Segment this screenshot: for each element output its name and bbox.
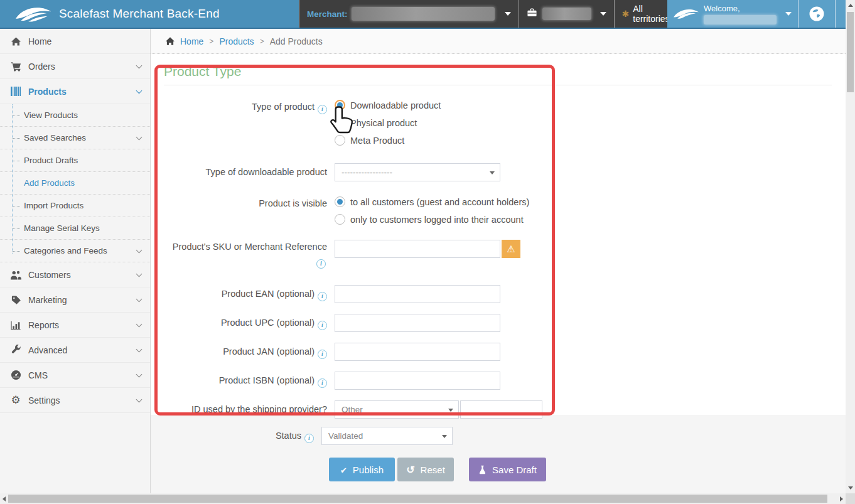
user-dropdown[interactable]: Welcome, — [667, 0, 798, 28]
bar-chart-icon — [9, 320, 22, 330]
jan-row: Product JAN (optional) — [164, 343, 832, 361]
publish-button[interactable]: Publish — [329, 458, 395, 481]
vertical-scrollbar — [846, 0, 855, 493]
sidebar-item-saved-searches[interactable]: Saved Searches — [0, 127, 150, 149]
sidebar-item-customers[interactable]: Customers — [0, 262, 150, 287]
app-title: Scalefast Merchant Back-End — [59, 7, 220, 21]
merchant-dropdown[interactable]: Merchant: — [299, 0, 519, 28]
briefcase-icon — [527, 8, 537, 20]
main-content: Home > Products > Add Products Product T… — [151, 29, 846, 493]
reset-button[interactable]: Reset — [397, 458, 454, 481]
radio-option-meta[interactable]: Meta Product — [335, 135, 441, 146]
breadcrumb-link-products[interactable]: Products — [219, 36, 254, 46]
type-of-product-options: Downloadable product Physical product Me… — [335, 100, 441, 153]
sidebar-item-label: Product Drafts — [24, 156, 78, 165]
sidebar-item-products[interactable]: Products — [0, 79, 150, 104]
scroll-up-arrow-icon[interactable] — [848, 4, 853, 7]
info-icon[interactable] — [318, 292, 327, 301]
status-label: Status — [151, 427, 321, 443]
sidebar-item-cms[interactable]: CMS — [0, 363, 150, 388]
globe-icon — [809, 6, 825, 22]
isbn-input[interactable] — [335, 372, 500, 390]
header-context-bar: Merchant: All territories — [299, 0, 667, 28]
type-of-downloadable-row: Type of downloadable product -----------… — [164, 163, 832, 181]
app-header: Scalefast Merchant Back-End Merchant: — [0, 0, 846, 29]
sidebar-item-add-products[interactable]: Add Products — [0, 172, 150, 195]
vertical-scrollbar-thumb[interactable] — [847, 12, 854, 92]
info-icon[interactable] — [318, 378, 327, 388]
brand[interactable]: Scalefast Merchant Back-End — [0, 0, 299, 28]
jan-input[interactable] — [335, 343, 500, 361]
sidebar-item-advanced[interactable]: Advanced — [0, 338, 150, 363]
info-icon[interactable] — [316, 259, 326, 269]
scroll-down-arrow-icon[interactable] — [848, 486, 853, 490]
ean-input[interactable] — [335, 285, 500, 303]
header-end-pad — [836, 0, 846, 28]
check-icon — [340, 464, 347, 475]
sidebar-item-reports[interactable]: Reports — [0, 313, 150, 338]
tag-icon — [9, 295, 22, 305]
sidebar-item-manage-serial-keys[interactable]: Manage Serial Keys — [0, 217, 150, 240]
redacted-merchant-name — [352, 7, 495, 21]
cart-icon — [9, 61, 22, 72]
sidebar-item-label: Orders — [28, 62, 137, 72]
scroll-left-arrow-icon[interactable] — [3, 496, 6, 501]
sku-input[interactable] — [335, 240, 500, 258]
flask-icon — [478, 465, 487, 475]
people-icon — [9, 270, 22, 280]
radio-physical-product[interactable] — [335, 117, 345, 128]
radio-all-customers[interactable] — [335, 196, 345, 207]
redacted-user-name — [704, 15, 777, 24]
redacted-store-name — [542, 8, 591, 20]
status-select[interactable]: Validated — [321, 427, 453, 445]
sidebar-item-label: Customers — [28, 270, 137, 280]
chevron-down-icon — [136, 371, 142, 377]
radio-option-downloadable[interactable]: Downloadable product — [335, 100, 441, 110]
info-icon[interactable] — [318, 321, 327, 330]
language-globe-button[interactable] — [799, 0, 835, 28]
sidebar-item-categories-and-feeds[interactable]: Categories and Feeds — [0, 240, 150, 262]
undo-icon — [406, 464, 414, 476]
sidebar-item-label: CMS — [28, 370, 137, 380]
sku-warning-button[interactable] — [502, 240, 520, 258]
header-user-bar: Welcome, — [667, 0, 846, 28]
radio-option-logged-customers[interactable]: only to customers logged into their acco… — [335, 214, 529, 225]
sidebar-nav: Home Orders Products View Products Saved… — [0, 29, 151, 493]
isbn-label: Product ISBN (optional) — [164, 372, 335, 388]
sidebar-item-view-products[interactable]: View Products — [0, 104, 150, 127]
radio-meta-product[interactable] — [335, 135, 345, 146]
radio-downloadable-product[interactable] — [335, 100, 345, 110]
sidebar-item-product-drafts[interactable]: Product Drafts — [0, 149, 150, 172]
territories-label: All territories — [633, 4, 669, 24]
info-icon[interactable] — [318, 105, 327, 114]
sidebar-item-label: Advanced — [28, 345, 137, 355]
sidebar-item-home[interactable]: Home — [0, 29, 150, 54]
radio-option-physical[interactable]: Physical product — [335, 117, 441, 128]
ean-row: Product EAN (optional) — [164, 285, 832, 303]
breadcrumb-link-home[interactable]: Home — [180, 36, 203, 46]
sidebar-item-settings[interactable]: Settings — [0, 388, 150, 413]
store-dropdown[interactable] — [519, 0, 615, 28]
sidebar-item-label: Home — [28, 36, 141, 46]
sidebar-item-label: Import Products — [24, 201, 83, 210]
sidebar-item-orders[interactable]: Orders — [0, 54, 150, 79]
chevron-down-icon — [785, 12, 792, 16]
products-submenu: View Products Saved Searches Product Dra… — [0, 104, 150, 262]
chevron-down-icon — [442, 435, 447, 438]
save-draft-button[interactable]: Save Draft — [469, 458, 546, 481]
info-icon[interactable] — [318, 350, 327, 359]
radio-option-all-customers[interactable]: to all customers (guest and account hold… — [335, 196, 529, 207]
scroll-right-arrow-icon[interactable] — [840, 496, 843, 501]
radio-logged-customers[interactable] — [335, 214, 345, 225]
info-icon[interactable] — [304, 434, 314, 443]
product-visible-label: Product is visible — [164, 196, 335, 210]
barcode-icon — [9, 87, 22, 96]
dashboard-icon — [9, 370, 22, 380]
sidebar-item-import-products[interactable]: Import Products — [0, 195, 150, 217]
type-of-downloadable-select[interactable]: ------------------ — [335, 163, 500, 181]
breadcrumb: Home > Products > Add Products — [151, 29, 846, 54]
sidebar-item-marketing[interactable]: Marketing — [0, 287, 150, 313]
home-icon — [165, 36, 175, 46]
upc-input[interactable] — [335, 314, 500, 332]
horizontal-scrollbar-thumb[interactable] — [8, 495, 827, 503]
